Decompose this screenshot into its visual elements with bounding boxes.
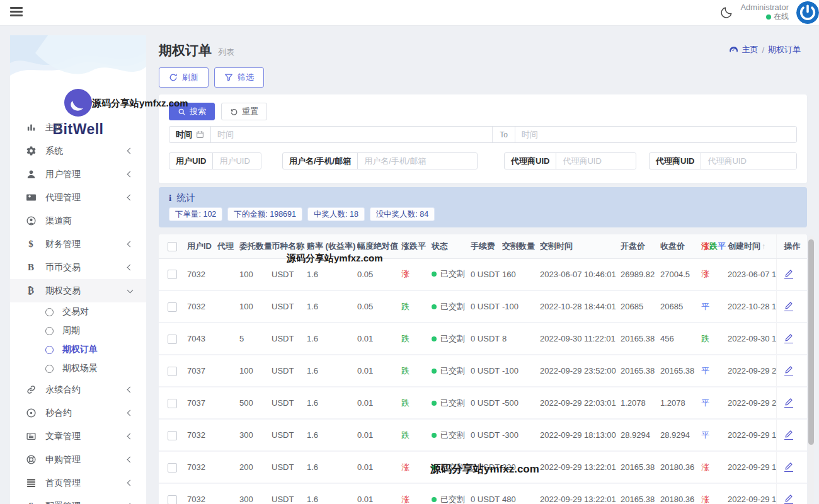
username-input[interactable] [358, 153, 477, 169]
sidebar-item-agents[interactable]: 代理管理 [10, 186, 146, 209]
edit-button[interactable] [784, 301, 793, 311]
dark-mode-icon[interactable] [719, 6, 733, 20]
sidebar-item-system[interactable]: 系统 [10, 139, 146, 163]
sidebar-item-second-contract[interactable]: 秒合约 [10, 401, 146, 425]
scrollbar-track [808, 236, 814, 504]
sidebar-subitem-trading-pairs[interactable]: 交易对 [10, 302, 146, 321]
sidebar-item-label: 渠道商 [45, 215, 132, 227]
stats-panel: i 统计 下单量: 102 下的金额: 198691 中奖人数: 18 没中奖人… [159, 187, 807, 227]
col-range: 幅度绝对值 [357, 234, 401, 258]
cell-direction: 涨 [401, 258, 432, 290]
user-menu[interactable]: Administrator 在线 [740, 3, 789, 21]
avatar[interactable] [796, 1, 819, 24]
sidebar-menu: 主页 系统 用户管理 代理管理 渠道商 [10, 116, 146, 504]
row-checkbox[interactable] [168, 463, 177, 472]
search-button[interactable]: 搜索 [169, 103, 215, 120]
letter-b-icon: B [25, 262, 37, 273]
agent-uid-label-2: 代理商UID [650, 153, 701, 169]
sidebar-item-homepage[interactable]: 首页管理 [10, 471, 146, 495]
row-checkbox[interactable] [168, 495, 177, 504]
cell-status: 已交割 [432, 258, 471, 290]
cell-settle-time: 2022-10-28 18:44:01 [540, 290, 621, 323]
sidebar-item-options-trade[interactable]: ₿ 期权交易 [10, 279, 146, 302]
cell-close-price: 27004.5 [660, 258, 701, 290]
page-title: 期权订单 [159, 42, 212, 59]
select-all-checkbox[interactable] [168, 242, 177, 251]
edit-button[interactable] [784, 269, 793, 279]
cell-checkbox [159, 451, 187, 483]
time-start-input[interactable] [211, 127, 492, 142]
time-end-input[interactable] [515, 127, 796, 142]
sidebar-subitem-period[interactable]: 周期 [10, 321, 146, 340]
row-checkbox[interactable] [168, 399, 177, 408]
row-checkbox[interactable] [168, 335, 177, 344]
sidebar-subitem-option-scene[interactable]: 期权场景 [10, 359, 146, 378]
sidebar-item-subscription[interactable]: 申购管理 [10, 448, 146, 471]
cell-agent [217, 290, 239, 323]
col-close-price: 收盘价 [660, 234, 701, 258]
filter-label: 筛选 [238, 72, 254, 83]
agent-uid-input-2[interactable] [701, 153, 796, 169]
row-checkbox[interactable] [168, 302, 177, 312]
sidebar-item-label: 永续合约 [45, 384, 128, 396]
edit-button[interactable] [784, 398, 793, 408]
sidebar-subitem-label: 周期 [62, 325, 80, 336]
cell-settle-qty: -500 [502, 387, 540, 419]
status-value: 已交割 [440, 302, 465, 311]
cell-open-price: 1.2078 [621, 387, 660, 419]
sidebar-item-articles[interactable]: 文章管理 [10, 425, 146, 448]
sidebar-subitem-label: 期权订单 [62, 344, 98, 355]
col-created-sortable[interactable]: 创建时间↑ [728, 234, 776, 258]
cell-settle-qty: -100 [502, 355, 540, 387]
sidebar-item-finance[interactable]: $ 财务管理 [10, 232, 146, 256]
row-checkbox[interactable] [168, 270, 177, 279]
sidebar-subitem-option-orders[interactable]: 期权订单 [10, 340, 146, 359]
pencil-icon [784, 494, 793, 503]
sidebar-item-channel[interactable]: 渠道商 [10, 209, 146, 232]
sidebar-item-home[interactable]: 主页 [10, 116, 146, 139]
cell-settle-qty: 320 [502, 451, 540, 483]
edit-button[interactable] [784, 494, 793, 504]
cell-range: 0.01 [357, 355, 401, 387]
breadcrumb-current[interactable]: 期权订单 [768, 44, 801, 55]
cell-action [776, 451, 807, 483]
row-checkbox[interactable] [168, 431, 177, 440]
menu-toggle-icon[interactable] [10, 7, 23, 18]
cell-created: 2022-09-29 1 [728, 451, 776, 483]
sidebar-item-spot-trade[interactable]: B 币币交易 [10, 256, 146, 279]
cell-range: 0.01 [357, 483, 401, 504]
cell-result: 涨 [701, 483, 728, 504]
sidebar-item-perpetual[interactable]: 永续合约 [10, 378, 146, 401]
user-status-label: 在线 [774, 12, 789, 21]
filter-button[interactable]: 筛选 [214, 67, 264, 88]
breadcrumb-home-link[interactable]: 主页 [742, 44, 758, 55]
chain-link-icon [25, 384, 37, 396]
cell-user-id: 7032 [187, 419, 217, 451]
sidebar-item-config[interactable]: £ 配置管理 [10, 495, 146, 504]
user-uid-input[interactable] [213, 153, 261, 169]
edit-button[interactable] [784, 430, 793, 440]
cell-user-id: 7037 [187, 387, 217, 419]
cell-settle-time: 2023-06-07 10:46:01 [540, 258, 621, 290]
chevron-icon [127, 148, 134, 154]
refresh-button[interactable]: 刷新 [159, 67, 209, 88]
stats-badges: 下单量: 102 下的金额: 198691 中奖人数: 18 没中奖人数: 84 [169, 207, 435, 221]
cell-fee: 0 USDT [471, 387, 502, 419]
edit-button[interactable] [784, 333, 793, 343]
row-checkbox[interactable] [168, 367, 177, 376]
reset-button[interactable]: 重置 [221, 103, 267, 120]
cell-user-id: 7032 [187, 258, 217, 290]
scrollbar-thumb[interactable] [808, 239, 814, 445]
cell-checkbox [159, 258, 187, 290]
agent-uid-input[interactable] [556, 153, 636, 169]
edit-button[interactable] [784, 365, 793, 375]
cell-close-price: 28.9294 [660, 419, 701, 451]
sidebar-item-users[interactable]: 用户管理 [10, 163, 146, 186]
search-button-label: 搜索 [190, 106, 206, 117]
chevron-icon [127, 410, 134, 416]
user-icon [25, 169, 37, 180]
status-value: 已交割 [440, 462, 465, 472]
cell-amount: 300 [239, 419, 272, 451]
edit-button[interactable] [784, 462, 793, 472]
cell-fee: 0 USDT [471, 290, 502, 323]
